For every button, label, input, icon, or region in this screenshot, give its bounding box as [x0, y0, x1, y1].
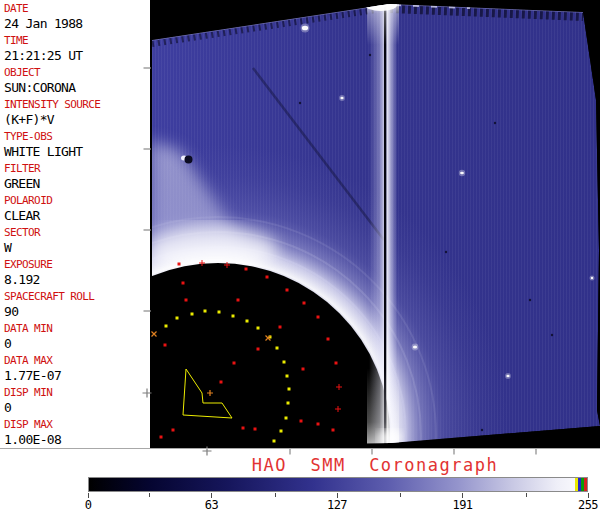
field-time-label: TIME	[4, 34, 150, 48]
field-disp-min-value: 0	[4, 400, 150, 416]
field-spacecraft-roll-value: 90	[4, 304, 150, 320]
field-date: DATE 24 Jan 1988	[4, 2, 150, 31]
red-fiducial-dot	[317, 316, 320, 319]
yellow-fiducial-dot	[176, 317, 179, 320]
yellow-fiducial-dot	[283, 361, 286, 364]
field-data-min-value: 0	[4, 336, 150, 352]
field-spacecraft-roll-label: SPACECRAFT ROLL	[4, 290, 150, 304]
star-dot	[302, 26, 308, 31]
dark-speck	[299, 102, 301, 104]
yellow-fiducial-dot	[191, 313, 194, 316]
left-edge-tick	[144, 229, 152, 230]
colorbar-major-tick	[462, 493, 463, 498]
colorbar-minor-tick	[400, 493, 401, 497]
field-intensity-source-value: (K+F)*V	[4, 112, 150, 128]
field-date-value: 24 Jan 1988	[4, 16, 150, 32]
bottom-edge-tick	[453, 449, 454, 455]
star-dot	[413, 345, 417, 348]
field-object-value: SUN:CORONA	[4, 80, 150, 96]
coronagraph-image	[140, 0, 600, 456]
field-data-max-label: DATA MAX	[4, 354, 150, 368]
dark-speck	[445, 251, 447, 253]
colorbar-stripe	[584, 478, 587, 491]
field-date-label: DATE	[4, 2, 150, 16]
field-spacecraft-roll: SPACECRAFT ROLL 90	[4, 290, 150, 319]
red-fiducial-dot	[245, 268, 248, 271]
yellow-fiducial-dot	[273, 440, 276, 443]
red-fiducial-dot	[332, 429, 335, 432]
dark-speck	[529, 299, 531, 301]
red-fiducial-dot	[303, 302, 306, 305]
colorbar-minor-tick	[275, 493, 276, 497]
colorbar-major-tick	[588, 493, 589, 498]
colorbar-minor-tick	[149, 493, 150, 497]
colorbar-tick-label-63: 63	[205, 498, 218, 512]
field-filter: FILTER GREEN	[4, 162, 150, 191]
colorbar-tick-label-127: 127	[327, 498, 347, 512]
dark-speck	[551, 334, 553, 336]
yellow-fiducial-dot	[285, 417, 288, 420]
red-fiducial-dot	[220, 381, 223, 384]
colorbar-tick-label-255: 255	[578, 498, 598, 512]
field-time: TIME 21:21:25 UT	[4, 34, 150, 63]
field-disp-max-value: 1.00E-08	[4, 432, 150, 448]
field-sector-label: SECTOR	[4, 226, 150, 240]
colorbar-minor-tick	[526, 493, 527, 497]
field-polaroid-value: CLEAR	[4, 208, 150, 224]
colorbar-major-tick	[211, 493, 212, 498]
red-fiducial-dot	[164, 344, 167, 347]
colorbar-gradient	[88, 477, 588, 492]
left-edge-tick	[144, 67, 152, 68]
bottom-edge-tick	[289, 449, 290, 455]
colorbar-major-tick	[337, 493, 338, 498]
field-disp-max: DISP MAX 1.00E-08	[4, 418, 150, 447]
yellow-fiducial-dot	[276, 347, 279, 350]
coronagraph-image-canvas	[140, 0, 600, 456]
red-fiducial-dot	[266, 276, 269, 279]
red-fiducial-dot	[233, 362, 236, 365]
red-fiducial-dot	[254, 428, 257, 431]
red-fiducial-dot	[335, 362, 338, 365]
red-fiducial-dot	[237, 299, 240, 302]
red-fiducial-dot	[286, 289, 289, 292]
field-type-obs-label: TYPE-OBS	[4, 130, 150, 144]
red-fiducial-dot	[185, 299, 188, 302]
field-sector-value: W	[4, 240, 150, 256]
star-dot	[340, 97, 343, 99]
vertical-streak	[365, 0, 402, 449]
field-type-obs-value: WHITE LIGHT	[4, 144, 150, 160]
yellow-fiducial-dot	[257, 327, 260, 330]
field-disp-min-label: DISP MIN	[4, 386, 150, 400]
field-polaroid-label: POLAROID	[4, 194, 150, 208]
colorbar-major-tick	[88, 493, 89, 498]
field-disp-max-label: DISP MAX	[4, 418, 150, 432]
star-dot	[460, 172, 464, 175]
field-exposure-value: 8.192	[4, 272, 150, 288]
red-fiducial-dot	[178, 263, 181, 266]
field-filter-value: GREEN	[4, 176, 150, 192]
yellow-fiducial-dot	[287, 402, 290, 405]
field-data-min-label: DATA MIN	[4, 322, 150, 336]
field-exposure: EXPOSURE 8.192	[4, 258, 150, 287]
red-fiducial-dot	[172, 429, 175, 432]
field-type-obs: TYPE-OBS WHITE LIGHT	[4, 130, 150, 159]
field-time-value: 21:21:25 UT	[4, 48, 150, 64]
field-object-label: OBJECT	[4, 66, 150, 80]
field-data-max-value: 1.77E-07	[4, 368, 150, 384]
field-intensity-source-label: INTENSITY SOURCE	[4, 98, 150, 112]
red-fiducial-dot	[242, 427, 245, 430]
field-object: OBJECT SUN:CORONA	[4, 66, 150, 95]
colorbar-tick-label-191: 191	[452, 498, 472, 512]
field-exposure-label: EXPOSURE	[4, 258, 150, 272]
field-intensity-source: INTENSITY SOURCE (K+F)*V	[4, 98, 150, 127]
field-polaroid: POLAROID CLEAR	[4, 194, 150, 223]
red-fiducial-dot	[327, 338, 330, 341]
red-fiducial-dot	[279, 326, 282, 329]
yellow-fiducial-dot	[280, 430, 283, 433]
bottom-edge-tick	[535, 449, 536, 455]
red-fiducial-dot	[182, 282, 185, 285]
red-fiducial-dot	[302, 368, 305, 371]
left-edge-tick	[144, 310, 152, 311]
star-dot	[506, 375, 509, 377]
star-dot	[591, 277, 593, 279]
